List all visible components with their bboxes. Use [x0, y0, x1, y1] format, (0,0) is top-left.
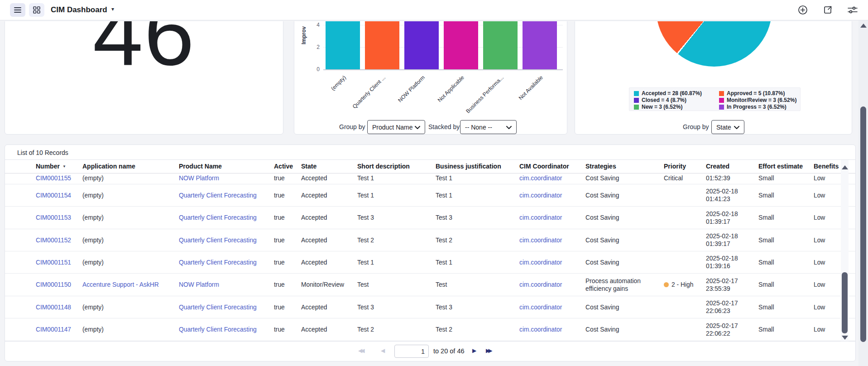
first-page-button[interactable]: ◀◀	[358, 347, 363, 354]
bar--empty-[interactable]	[326, 21, 360, 69]
link-product[interactable]: Quarterly Client Forecasting	[179, 236, 257, 244]
cell-text: Small	[758, 326, 774, 333]
cell-created: 2025-02-17 22:06:23	[706, 296, 755, 318]
column-header-cim_coordinator[interactable]: CIM Coordinator	[519, 160, 582, 173]
cell-benefits: Low	[814, 229, 840, 251]
cell-business_justification: Test 1	[436, 184, 515, 206]
scroll-up-icon[interactable]	[842, 165, 848, 169]
column-header-product[interactable]: Product Name	[179, 160, 269, 173]
add-button[interactable]	[797, 5, 808, 15]
pie-group-by-select[interactable]: State	[711, 120, 744, 134]
y-axis-tick-label: 0	[307, 66, 320, 72]
cell-text: Small	[758, 192, 774, 199]
bar-quarterly-client-[interactable]	[365, 21, 399, 69]
link-product[interactable]: Quarterly Client Forecasting	[179, 326, 257, 333]
bar-now-platform[interactable]	[404, 21, 439, 69]
link-number[interactable]: CIM0001148	[36, 303, 71, 311]
cell-created: 2025-02-17 22:06:22	[706, 318, 755, 341]
scroll-down-icon[interactable]	[842, 336, 848, 340]
cell-text: (empty)	[82, 259, 104, 266]
link-number[interactable]: CIM0001154	[36, 192, 71, 199]
column-header-benefits[interactable]: Benefits	[814, 160, 840, 173]
bar-group-by-select[interactable]: Product Name	[367, 120, 425, 134]
link-number[interactable]: CIM0001153	[36, 214, 71, 222]
cell-application: (empty)	[82, 318, 175, 341]
cell-product: Quarterly Client Forecasting	[179, 296, 269, 318]
table-row: CIM0001147(empty)Quarterly Client Foreca…	[5, 318, 855, 341]
column-header-active[interactable]: Active	[274, 160, 299, 173]
column-header-application[interactable]: Application name	[82, 160, 175, 173]
bar-business-performa-[interactable]	[483, 21, 518, 69]
table-scrollbar[interactable]	[841, 160, 849, 341]
cell-created: 2025-02-18 01:39:17	[706, 229, 755, 251]
cell-active: true	[274, 207, 299, 229]
link-product[interactable]: Quarterly Client Forecasting	[179, 259, 257, 266]
page-number-input[interactable]	[394, 345, 429, 358]
dashboard-grid-button[interactable]	[29, 3, 44, 17]
cell-priority	[664, 251, 704, 273]
bar-chart-plot: 420(empty)Quarterly Client ...NOW Platfo…	[294, 21, 567, 134]
link-application[interactable]: Accenture Support - AskHR	[82, 281, 159, 289]
cell-text: Low	[814, 236, 825, 244]
column-header-effort_estimate[interactable]: Effort estimate	[758, 160, 810, 173]
bar-not-applicable[interactable]	[444, 21, 478, 69]
cell-text: Monitor/Review	[301, 281, 344, 289]
last-page-button[interactable]: ▶▶	[486, 347, 490, 354]
link-product[interactable]: Quarterly Client Forecasting	[179, 192, 257, 199]
column-header-label: Application name	[82, 163, 135, 170]
link-cim_coordinator[interactable]: cim.coordinator	[519, 236, 562, 244]
bar-stacked-by-select[interactable]: -- None --	[460, 120, 517, 134]
link-product[interactable]: Quarterly Client Forecasting	[179, 214, 257, 222]
cell-text: Cost Saving	[585, 192, 619, 199]
cell-effort_estimate: Small	[758, 318, 810, 341]
cell-text: Test 1	[436, 192, 452, 199]
link-cim_coordinator[interactable]: cim.coordinator	[519, 192, 562, 199]
cell-text: Test 2	[357, 326, 374, 333]
column-header-state[interactable]: State	[301, 160, 353, 173]
previous-page-button[interactable]: ◀	[381, 347, 385, 354]
link-number[interactable]: CIM0001147	[36, 326, 71, 333]
scroll-up-icon[interactable]	[860, 24, 867, 28]
link-cim_coordinator[interactable]: cim.coordinator	[519, 281, 562, 289]
cell-strategies: Cost Saving	[585, 229, 660, 251]
table-row: CIM0001148(empty)Quarterly Client Foreca…	[5, 296, 855, 318]
title-dropdown-caret-icon[interactable]: ▾	[111, 6, 114, 12]
cell-text: Test 1	[436, 174, 452, 182]
column-header-business_justification[interactable]: Business justification	[436, 160, 515, 173]
link-product[interactable]: NOW Platform	[179, 174, 219, 182]
link-product[interactable]: Quarterly Client Forecasting	[179, 303, 257, 311]
next-page-button[interactable]: ▶	[472, 347, 476, 354]
x-axis-line	[323, 69, 563, 70]
menu-button[interactable]	[10, 3, 25, 17]
share-button[interactable]	[822, 5, 833, 15]
link-number[interactable]: CIM0001150	[36, 281, 71, 289]
link-product[interactable]: NOW Platform	[179, 281, 219, 289]
link-cim_coordinator[interactable]: cim.coordinator	[519, 214, 562, 222]
pie-chart[interactable]	[656, 21, 772, 67]
column-header-created[interactable]: Created	[706, 160, 755, 173]
page-title: CIM Dashboard	[51, 5, 107, 14]
link-number[interactable]: CIM0001155	[36, 174, 71, 182]
column-header-label: Effort estimate	[758, 163, 803, 170]
link-number[interactable]: CIM0001152	[36, 236, 71, 244]
column-header-strategies[interactable]: Strategies	[585, 160, 660, 173]
column-header-priority[interactable]: Priority	[664, 160, 704, 173]
filter-settings-button[interactable]	[847, 5, 858, 15]
table-scrollbar-thumb[interactable]	[842, 272, 848, 333]
link-cim_coordinator[interactable]: cim.coordinator	[519, 326, 562, 333]
link-cim_coordinator[interactable]: cim.coordinator	[519, 303, 562, 311]
cell-text: (empty)	[82, 192, 104, 199]
link-cim_coordinator[interactable]: cim.coordinator	[519, 259, 562, 266]
link-number[interactable]: CIM0001151	[36, 259, 71, 266]
bar-not-available[interactable]	[523, 21, 557, 69]
cell-text: 2025-02-17 22:06:23	[706, 299, 755, 315]
link-cim_coordinator[interactable]: cim.coordinator	[519, 174, 562, 182]
column-header-short_description[interactable]: Short description	[357, 160, 432, 173]
cell-cim_coordinator: cim.coordinator	[519, 296, 582, 318]
legend-item: Approved = 5 (10.87%)	[719, 90, 785, 96]
cell-created: 2025-02-18 01:39:17	[706, 207, 755, 229]
column-header-number[interactable]: Number▼	[36, 160, 79, 173]
page-scrollbar[interactable]	[858, 20, 868, 366]
cell-active: true	[274, 251, 299, 273]
page-scrollbar-thumb[interactable]	[860, 106, 866, 342]
